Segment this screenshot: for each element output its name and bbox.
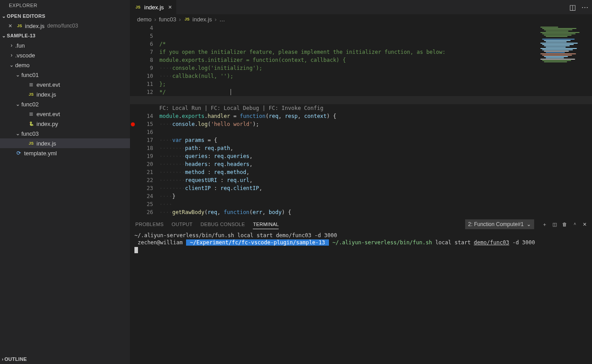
yaml-icon: ⟳ [15,150,22,156]
file-icon: ≣ [28,111,35,117]
folder-item[interactable]: ›.vscode [0,50,130,60]
code-line[interactable]: ····console.log('initializing'); [159,64,592,72]
code-line[interactable]: */ [159,88,592,96]
code-line[interactable] [159,128,592,136]
breadcrumb-tail[interactable]: … [219,16,225,23]
chevron-updown-icon: ⌄ [527,221,531,227]
breadcrumb-part[interactable]: demo [137,16,152,23]
chevron-right-icon: › [179,16,181,23]
terminal[interactable]: ~/.aliyun-serverless/bin/fun.sh local st… [130,231,592,364]
file-item[interactable]: ≣event.evt [0,109,130,119]
open-editor-item[interactable]: ×JSindex.jsdemo/func03 [0,21,130,31]
split-terminal-icon[interactable]: ◫ [552,222,557,227]
file-icon: ≣ [28,81,35,88]
open-editors-header[interactable]: ⌄ OPEN EDITORS [0,11,130,21]
chevron-right-icon: › [2,356,4,362]
code-line[interactable] [159,24,592,32]
new-terminal-icon[interactable]: ＋ [542,221,547,228]
code-line[interactable]: if you open the initializer feature, ple… [159,48,592,56]
code-line[interactable]: module.exports.handler = function(req, r… [159,112,592,120]
close-panel-icon[interactable]: ✕ [583,222,587,227]
chevron-icon: ⌄ [14,72,21,78]
file-item[interactable]: JSindex.js [0,138,130,148]
outline-label: OUTLINE [4,356,27,362]
chevron-icon: › [8,52,15,58]
js-icon: JS [16,24,23,28]
chevron-down-icon: ⌄ [2,33,6,39]
file-item[interactable]: JSindex.js [0,89,130,99]
code-line[interactable] [159,96,592,104]
code-line[interactable]: ········queries: req.queries, [159,152,592,160]
editor-area: JS index.js × ◫ ⋯ demo › func03 › JS ind… [130,0,592,364]
project-header[interactable]: ⌄ SAMPLE-13 [0,31,130,40]
open-editors-label: OPEN EDITORS [7,13,45,19]
code-line[interactable]: ····console.log('hello world'); [159,120,592,128]
folder-item[interactable]: ›.fun [0,40,130,50]
explorer-title: EXPLORER [0,0,130,11]
folder-item[interactable]: ⌄func03 [0,129,130,138]
chevron-icon: ⌄ [8,62,15,68]
chevron-down-icon: ⌄ [2,13,6,19]
chevron-icon: ⌄ [14,130,21,137]
open-editors-list: ×JSindex.jsdemo/func03 [0,21,130,31]
split-editor-icon[interactable]: ◫ [569,3,576,12]
terminal-selector[interactable]: 2: Function Compute#1 ⌄ [465,219,534,229]
code-line[interactable]: ····} [159,192,592,200]
outline-header[interactable]: › OUTLINE [0,354,130,364]
file-tree: ›.fun›.vscode⌄demo⌄func01≣event.evtJSind… [0,40,130,354]
tab-index-js[interactable]: JS index.js × [130,0,177,14]
folder-item[interactable]: ⌄func02 [0,99,130,109]
file-item[interactable]: ⟳template.yml [0,148,130,158]
code-line[interactable]: ····var params = { [159,136,592,144]
explorer-sidebar: EXPLORER ⌄ OPEN EDITORS ×JSindex.jsdemo/… [0,0,130,364]
js-icon: JS [28,141,35,146]
more-actions-icon[interactable]: ⋯ [581,3,588,12]
chevron-icon: ⌄ [14,101,21,107]
breadcrumb-part[interactable]: index.js [192,16,212,23]
close-icon[interactable]: × [7,22,13,29]
bottom-panel: PROBLEMS OUTPUT DEBUG CONSOLE TERMINAL 2… [130,217,592,364]
breadcrumb[interactable]: demo › func03 › JS index.js › … [130,14,592,24]
tab-output[interactable]: OUTPUT [172,220,193,229]
code-line[interactable]: ········requestURI : req.url, [159,176,592,184]
code-line[interactable]: ····callback(null, ''); [159,72,592,80]
file-item[interactable]: ≣event.evt [0,80,130,89]
terminal-cursor [134,247,138,253]
code-line[interactable]: ········headers: req.headers, [159,160,592,168]
maximize-panel-icon[interactable]: ＾ [572,221,577,228]
code-line[interactable]: module.exports.initializer = function(co… [159,56,592,64]
folder-item[interactable]: ⌄func01 [0,70,130,80]
js-icon: JS [28,92,35,97]
code-line[interactable]: ········clientIP : req.clientIP, [159,184,592,192]
tab-terminal[interactable]: TERMINAL [253,220,279,229]
chevron-right-icon: › [215,16,216,23]
code-line[interactable] [159,32,592,40]
text-cursor [231,89,231,95]
line-gutter: 45678910111213 1415161718192021222324252… [136,24,159,217]
code-line[interactable]: /* [159,40,592,48]
close-icon[interactable]: × [168,4,172,11]
tab-problems[interactable]: PROBLEMS [135,220,164,229]
code-content[interactable]: /*if you open the initializer feature, p… [159,24,592,217]
minimap[interactable] [540,27,589,116]
breakpoint-icon[interactable] [131,122,135,126]
tab-debug-console[interactable]: DEBUG CONSOLE [201,220,245,229]
js-icon: JS [183,17,191,21]
code-line[interactable]: ····getRawBody(req, function(err, body) … [159,208,592,216]
folder-item[interactable]: ⌄demo [0,60,130,70]
project-label: SAMPLE-13 [7,33,35,38]
code-line[interactable]: ···· [159,200,592,208]
panel-tab-bar: PROBLEMS OUTPUT DEBUG CONSOLE TERMINAL 2… [130,218,592,231]
code-editor[interactable]: 45678910111213 1415161718192021222324252… [130,24,592,217]
code-line[interactable]: }; [159,80,592,88]
terminal-path-highlight: ~/Experiment/fc/fc-vscode-plugin/sample-… [186,239,329,246]
codelens[interactable]: FC: Local Run | FC: Local Debug | FC: In… [159,104,592,112]
editor-title-actions: ◫ ⋯ [569,0,592,14]
chevron-right-icon: › [154,16,156,23]
breadcrumb-part[interactable]: func03 [159,16,176,23]
code-line[interactable]: ········path: req.path, [159,144,592,152]
file-item[interactable]: 🐍index.py [0,119,130,129]
code-line[interactable]: ········method : req.method, [159,168,592,176]
python-icon: 🐍 [28,121,35,126]
kill-terminal-icon[interactable]: 🗑 [562,222,567,227]
